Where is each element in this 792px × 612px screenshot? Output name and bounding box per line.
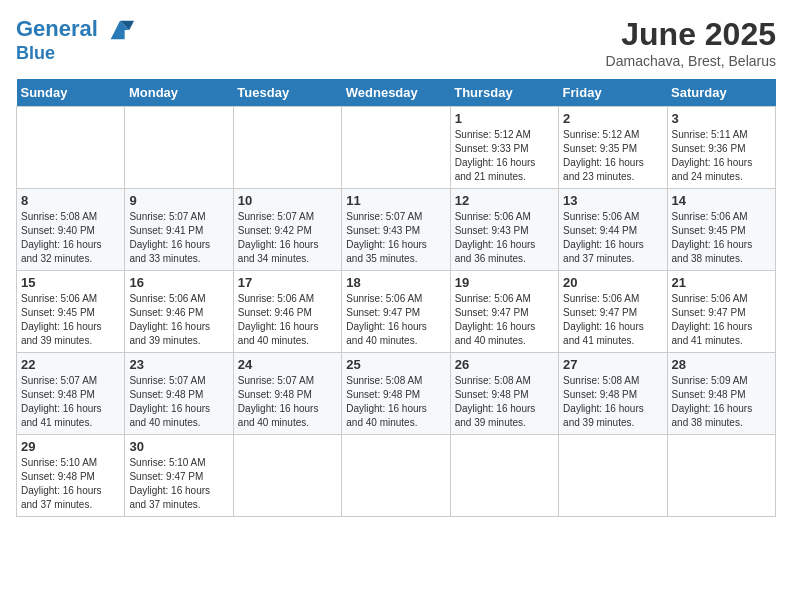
day-info: Sunrise: 5:06 AMSunset: 9:47 PMDaylight:… — [672, 292, 771, 348]
calendar-week-row: 8Sunrise: 5:08 AMSunset: 9:40 PMDaylight… — [17, 189, 776, 271]
day-info: Sunrise: 5:06 AMSunset: 9:47 PMDaylight:… — [346, 292, 445, 348]
day-number: 27 — [563, 357, 662, 372]
calendar-cell: 2Sunrise: 5:12 AMSunset: 9:35 PMDaylight… — [559, 107, 667, 189]
calendar-cell: 24Sunrise: 5:07 AMSunset: 9:48 PMDayligh… — [233, 353, 341, 435]
day-info: Sunrise: 5:07 AMSunset: 9:42 PMDaylight:… — [238, 210, 337, 266]
logo-blue: Blue — [16, 44, 134, 64]
calendar-week-row: 15Sunrise: 5:06 AMSunset: 9:45 PMDayligh… — [17, 271, 776, 353]
calendar-cell: 18Sunrise: 5:06 AMSunset: 9:47 PMDayligh… — [342, 271, 450, 353]
calendar-cell: 11Sunrise: 5:07 AMSunset: 9:43 PMDayligh… — [342, 189, 450, 271]
calendar-cell: 22Sunrise: 5:07 AMSunset: 9:48 PMDayligh… — [17, 353, 125, 435]
calendar-cell: 28Sunrise: 5:09 AMSunset: 9:48 PMDayligh… — [667, 353, 775, 435]
day-number: 19 — [455, 275, 554, 290]
calendar-cell: 29Sunrise: 5:10 AMSunset: 9:48 PMDayligh… — [17, 435, 125, 517]
day-number: 18 — [346, 275, 445, 290]
day-number: 12 — [455, 193, 554, 208]
day-info: Sunrise: 5:06 AMSunset: 9:46 PMDaylight:… — [238, 292, 337, 348]
day-info: Sunrise: 5:08 AMSunset: 9:48 PMDaylight:… — [455, 374, 554, 430]
weekday-header: Friday — [559, 79, 667, 107]
calendar-cell — [342, 107, 450, 189]
calendar-cell: 30Sunrise: 5:10 AMSunset: 9:47 PMDayligh… — [125, 435, 233, 517]
day-number: 11 — [346, 193, 445, 208]
day-info: Sunrise: 5:06 AMSunset: 9:45 PMDaylight:… — [21, 292, 120, 348]
weekday-header: Sunday — [17, 79, 125, 107]
calendar-week-row: 29Sunrise: 5:10 AMSunset: 9:48 PMDayligh… — [17, 435, 776, 517]
day-info: Sunrise: 5:12 AMSunset: 9:35 PMDaylight:… — [563, 128, 662, 184]
day-number: 22 — [21, 357, 120, 372]
day-number: 30 — [129, 439, 228, 454]
calendar-cell: 16Sunrise: 5:06 AMSunset: 9:46 PMDayligh… — [125, 271, 233, 353]
calendar-cell — [450, 435, 558, 517]
calendar-cell — [667, 435, 775, 517]
calendar-cell: 8Sunrise: 5:08 AMSunset: 9:40 PMDaylight… — [17, 189, 125, 271]
page-header: General Blue June 2025 Damachava, Brest,… — [16, 16, 776, 69]
day-number: 1 — [455, 111, 554, 126]
logo: General Blue — [16, 16, 134, 64]
weekday-header: Tuesday — [233, 79, 341, 107]
weekday-header: Thursday — [450, 79, 558, 107]
day-number: 10 — [238, 193, 337, 208]
day-info: Sunrise: 5:06 AMSunset: 9:47 PMDaylight:… — [455, 292, 554, 348]
day-number: 3 — [672, 111, 771, 126]
day-info: Sunrise: 5:06 AMSunset: 9:46 PMDaylight:… — [129, 292, 228, 348]
calendar-cell: 12Sunrise: 5:06 AMSunset: 9:43 PMDayligh… — [450, 189, 558, 271]
calendar-cell: 1Sunrise: 5:12 AMSunset: 9:33 PMDaylight… — [450, 107, 558, 189]
day-number: 26 — [455, 357, 554, 372]
day-number: 2 — [563, 111, 662, 126]
calendar-cell: 25Sunrise: 5:08 AMSunset: 9:48 PMDayligh… — [342, 353, 450, 435]
day-number: 17 — [238, 275, 337, 290]
day-info: Sunrise: 5:06 AMSunset: 9:47 PMDaylight:… — [563, 292, 662, 348]
day-number: 29 — [21, 439, 120, 454]
calendar-cell: 14Sunrise: 5:06 AMSunset: 9:45 PMDayligh… — [667, 189, 775, 271]
calendar-cell: 15Sunrise: 5:06 AMSunset: 9:45 PMDayligh… — [17, 271, 125, 353]
day-number: 28 — [672, 357, 771, 372]
day-number: 25 — [346, 357, 445, 372]
day-info: Sunrise: 5:11 AMSunset: 9:36 PMDaylight:… — [672, 128, 771, 184]
day-number: 20 — [563, 275, 662, 290]
month-title: June 2025 — [606, 16, 776, 53]
calendar-cell: 9Sunrise: 5:07 AMSunset: 9:41 PMDaylight… — [125, 189, 233, 271]
day-info: Sunrise: 5:07 AMSunset: 9:48 PMDaylight:… — [238, 374, 337, 430]
day-info: Sunrise: 5:07 AMSunset: 9:48 PMDaylight:… — [21, 374, 120, 430]
logo-text: General — [16, 16, 134, 44]
title-block: June 2025 Damachava, Brest, Belarus — [606, 16, 776, 69]
day-number: 9 — [129, 193, 228, 208]
calendar-week-row: 1Sunrise: 5:12 AMSunset: 9:33 PMDaylight… — [17, 107, 776, 189]
day-info: Sunrise: 5:09 AMSunset: 9:48 PMDaylight:… — [672, 374, 771, 430]
day-number: 16 — [129, 275, 228, 290]
calendar-cell: 21Sunrise: 5:06 AMSunset: 9:47 PMDayligh… — [667, 271, 775, 353]
calendar-cell: 13Sunrise: 5:06 AMSunset: 9:44 PMDayligh… — [559, 189, 667, 271]
weekday-header: Wednesday — [342, 79, 450, 107]
day-info: Sunrise: 5:06 AMSunset: 9:45 PMDaylight:… — [672, 210, 771, 266]
day-number: 21 — [672, 275, 771, 290]
day-number: 23 — [129, 357, 228, 372]
calendar-cell: 19Sunrise: 5:06 AMSunset: 9:47 PMDayligh… — [450, 271, 558, 353]
day-info: Sunrise: 5:07 AMSunset: 9:41 PMDaylight:… — [129, 210, 228, 266]
calendar-cell: 17Sunrise: 5:06 AMSunset: 9:46 PMDayligh… — [233, 271, 341, 353]
day-info: Sunrise: 5:07 AMSunset: 9:43 PMDaylight:… — [346, 210, 445, 266]
calendar-cell — [233, 435, 341, 517]
day-number: 13 — [563, 193, 662, 208]
day-number: 24 — [238, 357, 337, 372]
day-number: 8 — [21, 193, 120, 208]
day-info: Sunrise: 5:08 AMSunset: 9:48 PMDaylight:… — [346, 374, 445, 430]
calendar-cell — [559, 435, 667, 517]
day-info: Sunrise: 5:08 AMSunset: 9:40 PMDaylight:… — [21, 210, 120, 266]
calendar-cell — [342, 435, 450, 517]
day-number: 15 — [21, 275, 120, 290]
weekday-header-row: SundayMondayTuesdayWednesdayThursdayFrid… — [17, 79, 776, 107]
day-number: 14 — [672, 193, 771, 208]
calendar-cell: 10Sunrise: 5:07 AMSunset: 9:42 PMDayligh… — [233, 189, 341, 271]
day-info: Sunrise: 5:08 AMSunset: 9:48 PMDaylight:… — [563, 374, 662, 430]
calendar-table: SundayMondayTuesdayWednesdayThursdayFrid… — [16, 79, 776, 517]
day-info: Sunrise: 5:12 AMSunset: 9:33 PMDaylight:… — [455, 128, 554, 184]
calendar-cell: 26Sunrise: 5:08 AMSunset: 9:48 PMDayligh… — [450, 353, 558, 435]
weekday-header: Saturday — [667, 79, 775, 107]
calendar-week-row: 22Sunrise: 5:07 AMSunset: 9:48 PMDayligh… — [17, 353, 776, 435]
calendar-cell — [233, 107, 341, 189]
calendar-cell: 20Sunrise: 5:06 AMSunset: 9:47 PMDayligh… — [559, 271, 667, 353]
calendar-cell: 27Sunrise: 5:08 AMSunset: 9:48 PMDayligh… — [559, 353, 667, 435]
location: Damachava, Brest, Belarus — [606, 53, 776, 69]
calendar-cell — [17, 107, 125, 189]
day-info: Sunrise: 5:06 AMSunset: 9:44 PMDaylight:… — [563, 210, 662, 266]
